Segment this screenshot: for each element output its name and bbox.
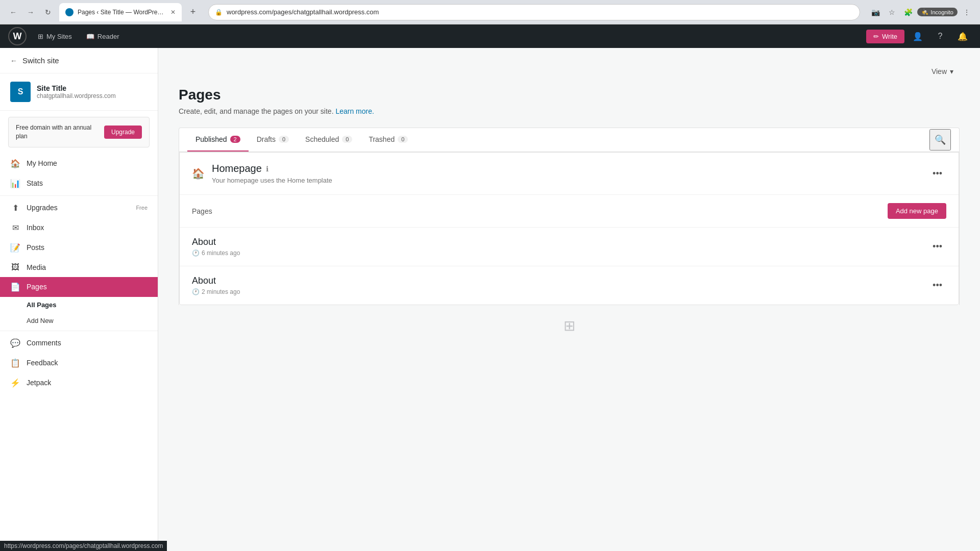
my-sites-label: My Sites <box>46 33 72 40</box>
write-icon: ✏ <box>873 33 879 40</box>
chevron-down-icon: ▾ <box>950 67 953 76</box>
browser-chrome: ← → ↻ Pages ‹ Site Title — WordPress.c..… <box>0 0 980 24</box>
my-home-label: My Home <box>27 159 57 167</box>
browser-tab[interactable]: Pages ‹ Site Title — WordPress.c... ✕ <box>59 3 182 21</box>
add-new-label: Add New <box>27 317 54 324</box>
user-avatar-button[interactable]: 👤 <box>909 27 927 45</box>
page-item-time: 🕐 6 minutes ago <box>192 249 928 257</box>
clock-icon: 🕐 <box>192 249 200 257</box>
sidebar-item-jetpack[interactable]: ⚡ Jetpack <box>0 373 158 393</box>
pages-section-header: Pages Add new page <box>180 195 959 228</box>
bookmark-icon[interactable]: ☆ <box>885 5 899 19</box>
page-title: Pages <box>179 87 960 103</box>
sidebar: ← Switch site S Site Title chatgptallhai… <box>0 48 158 551</box>
nav-divider-2 <box>0 331 158 331</box>
page-item-info: About 🕐 6 minutes ago <box>192 237 928 257</box>
page-item-time-text: 2 minutes ago <box>202 288 240 295</box>
sidebar-item-upgrades[interactable]: ⬆ Upgrades Free <box>0 198 158 218</box>
write-button[interactable]: ✏ Write <box>866 30 904 43</box>
tab-drafts[interactable]: Drafts 0 <box>249 128 297 152</box>
page-item-time-text: 6 minutes ago <box>202 249 240 257</box>
forward-button[interactable]: → <box>23 5 38 19</box>
write-label: Write <box>882 33 897 40</box>
back-button[interactable]: ← <box>6 5 20 19</box>
tab-published-label: Published <box>195 135 227 143</box>
reader-nav[interactable]: 📖 Reader <box>79 24 127 48</box>
more-button[interactable]: ⋮ <box>960 5 974 19</box>
content-area: 🏠 Homepage ℹ Your homepage uses the Home… <box>179 152 959 305</box>
tab-published[interactable]: Published 2 <box>187 128 249 152</box>
incognito-label: Incognito <box>930 9 953 15</box>
camera-icon[interactable]: 📷 <box>868 5 883 19</box>
pages-icon: 📄 <box>10 282 20 292</box>
status-bar: https://wordpress.com/pages/chatgptallha… <box>0 541 167 551</box>
pages-section-title: Pages <box>192 207 212 215</box>
wp-footer-logo: ⊞ <box>564 317 575 334</box>
reader-icon: 📖 <box>86 33 94 40</box>
switch-site-header[interactable]: ← Switch site <box>0 48 158 73</box>
inbox-label: Inbox <box>27 223 44 232</box>
lock-icon: 🔒 <box>215 9 223 16</box>
sidebar-item-posts[interactable]: 📝 Posts <box>0 238 158 258</box>
sidebar-item-feedback[interactable]: 📋 Feedback <box>0 353 158 373</box>
add-new-page-button[interactable]: Add new page <box>888 203 946 219</box>
wp-logo[interactable]: W <box>8 27 27 45</box>
page-item-title: About <box>192 237 928 247</box>
sidebar-item-comments[interactable]: 💬 Comments <box>0 333 158 353</box>
upgrades-icon: ⬆ <box>10 203 20 213</box>
stats-label: Stats <box>27 179 43 187</box>
pages-label: Pages <box>27 283 47 291</box>
media-icon: 🖼 <box>10 263 20 272</box>
address-bar[interactable]: 🔒 wordpress.com/pages/chatgptallhail.wor… <box>208 4 860 20</box>
page-item-menu-button[interactable]: ••• <box>928 278 946 293</box>
sidebar-sub-item-add-new[interactable]: Add New <box>0 313 158 329</box>
info-icon[interactable]: ℹ <box>266 165 268 173</box>
tab-close-button[interactable]: ✕ <box>170 9 176 16</box>
jetpack-label: Jetpack <box>27 379 51 387</box>
all-pages-label: All Pages <box>27 301 57 309</box>
page-item-time: 🕐 2 minutes ago <box>192 288 928 295</box>
my-home-icon: 🏠 <box>10 159 20 168</box>
back-arrow-icon: ← <box>10 57 17 65</box>
homepage-title-text: Homepage <box>212 163 262 174</box>
sidebar-item-pages[interactable]: 📄 Pages <box>0 277 158 297</box>
nav-divider-1 <box>0 195 158 196</box>
tab-scheduled[interactable]: Scheduled 0 <box>297 128 360 152</box>
posts-icon: 📝 <box>10 243 20 253</box>
tab-trashed[interactable]: Trashed 0 <box>360 128 416 152</box>
sidebar-sub-item-all-pages[interactable]: All Pages <box>0 297 158 313</box>
extension-icon[interactable]: 🧩 <box>901 5 915 19</box>
switch-site-label: Switch site <box>22 56 59 65</box>
inbox-icon: ✉ <box>10 223 20 233</box>
search-button[interactable]: 🔍 <box>929 129 951 151</box>
refresh-button[interactable]: ↻ <box>41 5 55 19</box>
comments-label: Comments <box>27 339 61 347</box>
page-description: Create, edit, and manage the pages on yo… <box>179 107 960 115</box>
tab-published-count: 2 <box>230 136 240 143</box>
notifications-button[interactable]: 🔔 <box>953 27 972 45</box>
upgrades-badge: Free <box>136 205 148 211</box>
media-label: Media <box>27 263 46 271</box>
new-tab-button[interactable]: + <box>186 5 200 19</box>
tabs-container: Published 2 Drafts 0 Scheduled 0 Trashed… <box>179 128 960 305</box>
page-item-info: About 🕐 2 minutes ago <box>192 276 928 295</box>
sidebar-item-my-home[interactable]: 🏠 My Home <box>0 154 158 173</box>
upgrade-banner: Free domain with an annual plan Upgrade <box>8 117 150 147</box>
sidebar-item-stats[interactable]: 📊 Stats <box>0 173 158 193</box>
sidebar-item-inbox[interactable]: ✉ Inbox <box>0 218 158 238</box>
page-item-title: About <box>192 276 928 286</box>
page-item-menu-button[interactable]: ••• <box>928 239 946 254</box>
tab-favicon <box>65 8 74 16</box>
help-button[interactable]: ? <box>931 27 949 45</box>
view-button[interactable]: View ▾ <box>925 64 960 79</box>
jetpack-icon: ⚡ <box>10 378 20 388</box>
stats-icon: 📊 <box>10 179 20 188</box>
upgrades-label: Upgrades <box>27 204 58 212</box>
url-text: wordpress.com/pages/chatgptallhail.wordp… <box>227 8 853 16</box>
my-sites-nav[interactable]: ⊞ My Sites <box>31 24 79 48</box>
learn-more-link[interactable]: Learn more. <box>335 107 374 115</box>
homepage-menu-button[interactable]: ••• <box>928 166 946 181</box>
feedback-label: Feedback <box>27 359 58 367</box>
sidebar-item-media[interactable]: 🖼 Media <box>0 258 158 277</box>
upgrade-button[interactable]: Upgrade <box>104 126 142 139</box>
